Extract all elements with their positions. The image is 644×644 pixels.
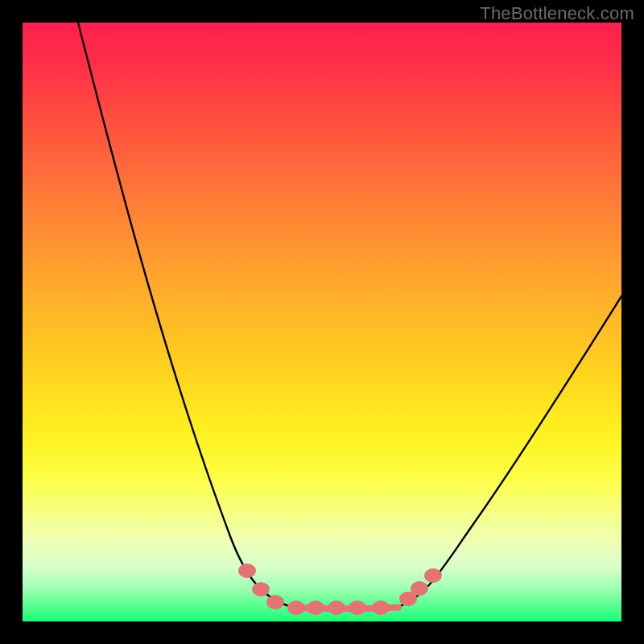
plot-area bbox=[23, 23, 621, 621]
right-branch-curve bbox=[394, 296, 621, 608]
left-mid-marker bbox=[252, 582, 270, 597]
base-flat-segment bbox=[291, 608, 398, 609]
left-branch-curve bbox=[78, 23, 295, 608]
chart-frame: TheBottleneck.com bbox=[0, 0, 644, 644]
left-outer-marker bbox=[238, 564, 256, 578]
left-inner-marker bbox=[266, 595, 284, 609]
watermark-text: TheBottleneck.com bbox=[480, 3, 634, 24]
curve-layer bbox=[23, 23, 621, 621]
right-mid-marker bbox=[411, 581, 428, 596]
right-outer-marker bbox=[424, 568, 442, 583]
